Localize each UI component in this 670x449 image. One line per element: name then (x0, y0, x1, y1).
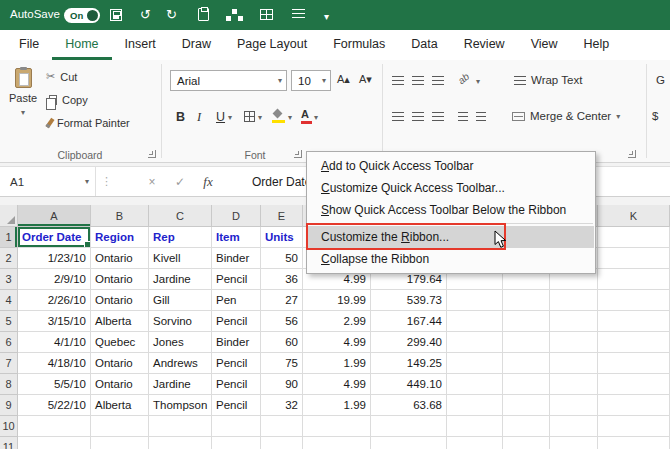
cell-H5[interactable] (447, 311, 503, 332)
cell-H7[interactable] (447, 353, 503, 374)
cell-I6[interactable] (503, 332, 550, 353)
cell-I7[interactable] (503, 353, 550, 374)
cell-G8[interactable]: 449.10 (371, 374, 447, 395)
cell-K10[interactable] (598, 416, 670, 437)
italic-button[interactable]: I (197, 108, 201, 126)
row-header-11[interactable]: 11 (0, 437, 18, 449)
cell-C2[interactable]: Kivell (149, 248, 212, 269)
cell-H6[interactable] (447, 332, 503, 353)
cell-B7[interactable]: Ontario (91, 353, 149, 374)
font-color-caret-icon[interactable]: ▾ (314, 113, 318, 122)
fill-color-icon[interactable] (272, 110, 285, 123)
orientation-icon[interactable]: ab (456, 71, 472, 87)
cell-E8[interactable]: 90 (261, 374, 303, 395)
row-header-1[interactable]: 1 (0, 227, 18, 248)
cell-B1[interactable]: Region (91, 227, 149, 248)
number-format-partial[interactable]: G (656, 74, 665, 86)
grow-font-button[interactable]: A▴ (337, 73, 350, 86)
cell-K5[interactable] (598, 311, 670, 332)
cell-K4[interactable] (598, 290, 670, 311)
cell-K9[interactable] (598, 395, 670, 416)
cell-G5[interactable]: 167.44 (371, 311, 447, 332)
cell-B4[interactable]: Ontario (91, 290, 149, 311)
cell-E3[interactable]: 36 (261, 269, 303, 290)
bottom-align-icon[interactable] (432, 76, 444, 85)
tab-file[interactable]: File (6, 30, 52, 60)
cell-A6[interactable]: 4/1/10 (18, 332, 91, 353)
cell-J11[interactable] (550, 437, 598, 449)
font-size-combo[interactable]: 10 ▾ (291, 70, 331, 91)
row-header-10[interactable]: 10 (0, 416, 18, 437)
tab-home[interactable]: Home (52, 30, 111, 60)
cell-A1[interactable]: Order Date (18, 227, 91, 248)
cut-button[interactable]: ✂ Cut (46, 68, 77, 85)
cell-D6[interactable]: Binder (212, 332, 261, 353)
cell-D2[interactable]: Binder (212, 248, 261, 269)
cell-G10[interactable] (371, 416, 447, 437)
cell-D9[interactable]: Pencil (212, 395, 261, 416)
clipboard-icon[interactable] (198, 8, 209, 21)
orientation-caret-icon[interactable]: ▾ (476, 77, 480, 86)
underline-button[interactable]: U (216, 108, 225, 126)
column-header-E[interactable]: E (261, 205, 303, 227)
name-box-caret-icon[interactable]: ▾ (85, 177, 89, 186)
font-color-icon[interactable]: A (301, 109, 309, 124)
tab-page-layout[interactable]: Page Layout (224, 30, 320, 60)
cell-B3[interactable]: Ontario (91, 269, 149, 290)
row-header-4[interactable]: 4 (0, 290, 18, 311)
cell-J10[interactable] (550, 416, 598, 437)
save-icon[interactable] (110, 9, 122, 21)
align-left-icon[interactable] (392, 112, 404, 121)
cell-H9[interactable] (447, 395, 503, 416)
cell-B2[interactable]: Ontario (91, 248, 149, 269)
paste-button[interactable]: Paste ▾ (4, 63, 42, 139)
name-box[interactable]: A1 ▾ (0, 167, 96, 196)
tab-data[interactable]: Data (398, 30, 450, 60)
cell-A8[interactable]: 5/5/10 (18, 374, 91, 395)
cell-G9[interactable]: 63.68 (371, 395, 447, 416)
cell-J5[interactable] (550, 311, 598, 332)
formula-bar-splitter[interactable]: ⋮ (101, 175, 112, 188)
cell-K6[interactable] (598, 332, 670, 353)
cell-G4[interactable]: 539.73 (371, 290, 447, 311)
cell-C7[interactable]: Andrews (149, 353, 212, 374)
row-header-5[interactable]: 5 (0, 311, 18, 332)
undo-icon[interactable]: ↺ (140, 8, 151, 22)
cell-J7[interactable] (550, 353, 598, 374)
copy-button[interactable]: Copy (46, 91, 88, 108)
cell-K3[interactable] (598, 269, 670, 290)
row-header-6[interactable]: 6 (0, 332, 18, 353)
cell-A2[interactable]: 1/23/10 (18, 248, 91, 269)
font-size-caret-icon[interactable]: ▾ (322, 76, 326, 85)
shrink-font-button[interactable]: A▾ (359, 73, 372, 86)
cell-B10[interactable] (91, 416, 149, 437)
autosave-toggle[interactable]: On (64, 8, 100, 23)
cell-B11[interactable] (91, 437, 149, 449)
cell-H10[interactable] (447, 416, 503, 437)
cell-K11[interactable] (598, 437, 670, 449)
cell-D1[interactable]: Item (212, 227, 261, 248)
enter-icon[interactable]: ✓ (166, 175, 194, 189)
cell-G11[interactable] (371, 437, 447, 449)
clipboard-dialog-launcher-icon[interactable] (148, 150, 156, 158)
cell-I9[interactable] (503, 395, 550, 416)
cell-E1[interactable]: Units (261, 227, 303, 248)
cell-C8[interactable]: Jardine (149, 374, 212, 395)
qat-customize-caret-icon[interactable]: ▾ (324, 10, 329, 24)
cell-J4[interactable] (550, 290, 598, 311)
cell-E4[interactable]: 27 (261, 290, 303, 311)
cell-J8[interactable] (550, 374, 598, 395)
cell-E10[interactable] (261, 416, 303, 437)
cell-A5[interactable]: 3/15/10 (18, 311, 91, 332)
cell-K7[interactable] (598, 353, 670, 374)
cell-E9[interactable]: 32 (261, 395, 303, 416)
decrease-indent-icon[interactable] (458, 112, 468, 121)
cell-K1[interactable] (598, 227, 670, 248)
tab-draw[interactable]: Draw (169, 30, 224, 60)
cancel-icon[interactable]: × (138, 175, 166, 189)
cell-A10[interactable] (18, 416, 91, 437)
font-name-combo[interactable]: Arial ▾ (170, 70, 287, 91)
cell-F6[interactable]: 4.99 (303, 332, 371, 353)
cell-A3[interactable]: 2/9/10 (18, 269, 91, 290)
row-header-7[interactable]: 7 (0, 353, 18, 374)
